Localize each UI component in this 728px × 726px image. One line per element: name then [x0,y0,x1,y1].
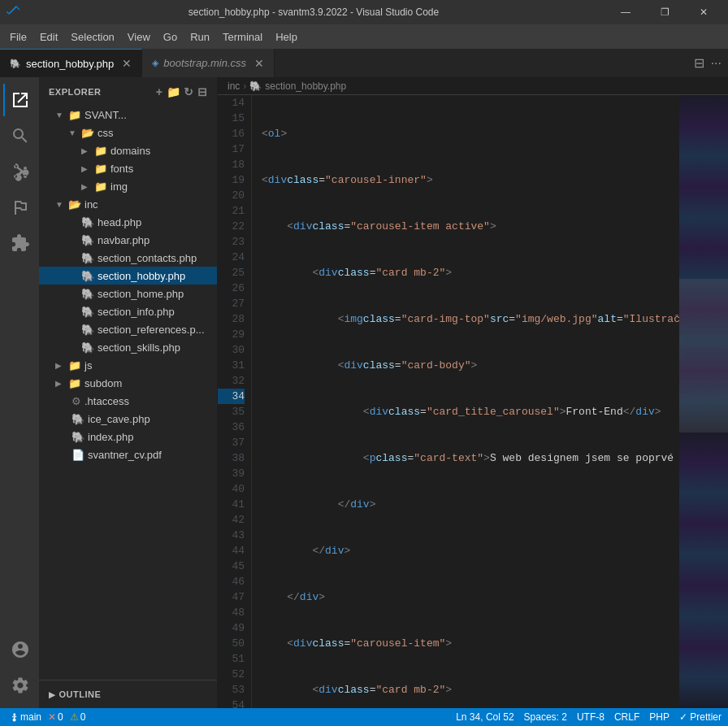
sidebar: Explorer + 📁 ↻ ⊟ ▼ 📁 SVANT... ▼ 📂 css [39,77,218,708]
activity-bar [0,77,39,708]
folder-icon: 📁 [68,359,81,372]
account-activity-icon[interactable] [3,633,36,666]
indentation[interactable]: Spaces: 2 [524,711,567,723]
git-branch-name[interactable]: main [20,711,41,723]
tree-item-section-hobby[interactable]: ▶ 🐘 section_hobby.php [39,267,217,285]
tree-label: js [84,359,92,372]
pdf-file-icon: 📄 [72,449,84,461]
arrow-icon: ▼ [68,128,78,137]
source-control-activity-icon[interactable] [3,155,36,188]
tree-item-section-home[interactable]: ▶ 🐘 section_home.php [39,285,217,302]
code-content[interactable]: <ol> <div class="carousel-inner"> <div c… [252,95,679,708]
code-line-26: <div class="card mb-2"> [262,682,679,698]
editor-area: inc › 🐘 section_hobby.php 1415161718 192… [218,77,728,708]
tab-close-section-hobby[interactable]: ✕ [122,57,132,70]
tree-item-inc[interactable]: ▼ 📂 inc [39,195,217,213]
tree-item-subdom[interactable]: ▶ 📁 subdom [39,374,217,392]
php-file-icon: 🐘 [81,306,94,318]
sidebar-header: Explorer + 📁 ↻ ⊟ [39,77,217,106]
tree-item-section-info[interactable]: ▶ 🐘 section_info.php [39,302,217,320]
encoding[interactable]: UTF-8 [577,711,604,723]
menu-help[interactable]: Help [269,28,304,46]
menu-edit[interactable]: Edit [33,28,64,46]
warnings-count[interactable]: ⚠ 0 [70,711,86,723]
settings-activity-icon[interactable] [3,669,36,702]
tree-item-navbar-php[interactable]: ▶ 🐘 navbar.php [39,231,217,249]
menu-run[interactable]: Run [184,28,216,46]
refresh-icon[interactable]: ↻ [184,85,194,98]
line-ending[interactable]: CRLF [614,711,639,723]
folder-icon: 📁 [68,109,81,121]
tree-item-domains[interactable]: ▶ 📁 domains [39,141,217,159]
cursor-position[interactable]: Ln 34, Col 52 [456,711,514,723]
tree-label: .htaccess [84,395,129,407]
errors-count[interactable]: ✕ 0 [48,711,63,723]
tree-item-ice-cave[interactable]: ▶ 🐘 ice_cave.php [39,410,217,428]
tree-label: index.php [88,431,133,443]
tree-item-root[interactable]: ▼ 📁 SVANT... [39,106,217,124]
htaccess-icon: ⚙ [72,395,81,407]
run-debug-activity-icon[interactable] [3,191,36,224]
formatter-status[interactable]: ✓ Prettier [679,711,722,723]
more-actions-icon[interactable]: ··· [711,56,722,71]
folder-icon: 📂 [81,127,94,139]
tree-item-img[interactable]: ▶ 📁 img [39,177,217,195]
tree-item-section-skills[interactable]: ▶ 🐘 section_skills.php [39,338,217,356]
menu-view[interactable]: View [121,28,157,46]
explorer-title: Explorer [49,87,102,97]
code-line-14: <ol> [262,126,679,141]
tree-label: section_hobby.php [98,270,185,282]
close-button[interactable]: ✕ [686,0,722,24]
tabs-bar: 🐘 section_hobby.php ✕ ◈ bootstrap.min.cs… [0,49,728,77]
new-folder-icon[interactable]: 📁 [167,85,181,98]
extensions-activity-icon[interactable] [3,227,36,259]
split-editor-icon[interactable]: ⊟ [694,55,704,71]
collapse-icon[interactable]: ⊟ [197,85,208,98]
php-icon: 🐘 [10,59,21,69]
menu-terminal[interactable]: Terminal [216,28,269,46]
php-file-icon: 🐘 [81,288,94,300]
breadcrumb-inc[interactable]: inc [228,80,240,92]
new-file-icon[interactable]: + [156,85,163,98]
tree-item-js[interactable]: ▶ 📁 js [39,356,217,374]
tree-item-head-php[interactable]: ▶ 🐘 head.php [39,213,217,231]
explorer-activity-icon[interactable] [3,84,36,116]
tree-label: subdom [84,377,122,389]
tab-label-section-hobby: section_hobby.php [26,58,114,70]
outline-section[interactable]: ▶ OUTLINE [39,680,217,708]
arrow-icon: ▼ [55,200,65,209]
minimize-button[interactable]: — [608,0,644,24]
tree-label: svantner_cv.pdf [88,449,162,461]
menu-go[interactable]: Go [157,28,184,46]
php-file-icon: 🐘 [81,234,94,246]
tab-section-hobby[interactable]: 🐘 section_hobby.php ✕ [0,49,142,77]
search-activity-icon[interactable] [3,120,36,152]
code-line-22: </div> [262,497,679,512]
css-icon: ◈ [152,58,158,68]
maximize-button[interactable]: ❐ [647,0,682,24]
php-file-icon: 🐘 [81,216,94,228]
tree-label: fonts [110,163,133,175]
tree-item-section-contacts[interactable]: ▶ 🐘 section_contacts.php [39,249,217,267]
tree-item-fonts[interactable]: ▶ 📁 fonts [39,159,217,177]
tabs-right-actions[interactable]: ⊟ ··· [687,49,728,77]
menu-file[interactable]: File [3,28,33,46]
tree-item-index-php[interactable]: ▶ 🐘 index.php [39,428,217,446]
menu-selection[interactable]: Selection [64,28,120,46]
breadcrumb-filename[interactable]: section_hobby.php [265,80,346,92]
git-branch-icon[interactable]: main [6,711,41,723]
arrow-icon: ▶ [55,379,65,388]
tab-bootstrap[interactable]: ◈ bootstrap.min.css ✕ [142,49,275,77]
tree-item-cv-pdf[interactable]: ▶ 📄 svantner_cv.pdf [39,446,217,463]
window-controls[interactable]: — ❐ ✕ [608,0,722,24]
language-mode[interactable]: PHP [649,711,670,723]
status-bar-right: Ln 34, Col 52 Spaces: 2 UTF-8 CRLF PHP ✓… [456,711,722,723]
tree-label: ice_cave.php [88,413,150,425]
minimap[interactable] [679,95,728,708]
tree-item-css[interactable]: ▼ 📂 css [39,124,217,141]
tree-item-section-references[interactable]: ▶ 🐘 section_references.p... [39,320,217,338]
tree-label: inc [84,198,98,211]
activity-bar-bottom [3,633,36,702]
tree-item-htaccess[interactable]: ▶ ⚙ .htaccess [39,392,217,410]
tab-close-bootstrap[interactable]: ✕ [254,57,264,70]
